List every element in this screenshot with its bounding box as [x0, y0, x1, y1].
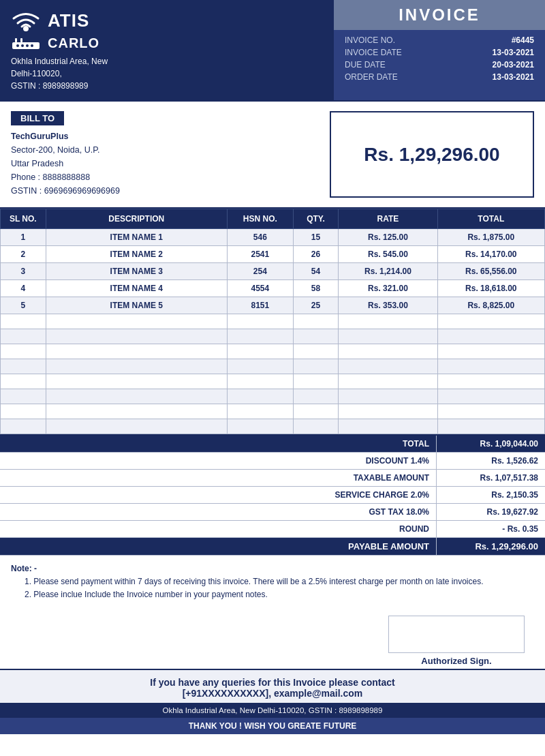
client-phone: 8888888888 [43, 172, 91, 182]
note-item-2: 2. Please inclue Include the Invoice num… [25, 588, 534, 601]
svg-point-5 [31, 44, 33, 47]
company-logo-row: ATIS [11, 8, 323, 33]
table-body: 1 ITEM NAME 1 546 15 Rs. 125.00 Rs. 1,87… [1, 229, 545, 434]
sub-company-name: CARLO [48, 35, 99, 51]
signature-area [388, 616, 525, 653]
payable-row: PAYABLE AMOUNT Rs. 1,29,296.00 [0, 538, 545, 556]
invoice-date-label: INVOICE DATE [345, 48, 402, 57]
cell-desc: ITEM NAME 5 [46, 297, 227, 314]
authorized-sign-label: Authorized Sign. [388, 656, 525, 666]
cell-qty: 58 [293, 280, 339, 297]
footer-contact-details: [+91XXXXXXXXXX], example@mail.com [11, 688, 534, 699]
cell-sl: 1 [1, 229, 46, 246]
table-row: 3 ITEM NAME 3 254 54 Rs. 1,214.00 Rs. 65… [1, 263, 545, 280]
cell-rate: Rs. 353.00 [339, 297, 437, 314]
service-label: SERVICE CHARGE 2.0% [0, 487, 436, 503]
invoice-info-panel: INVOICE INVOICE NO. #6445 INVOICE DATE 1… [334, 0, 545, 100]
col-total: TOTAL [437, 209, 544, 229]
cell-hsn: 8151 [227, 297, 293, 314]
empty-row [1, 359, 545, 374]
table-header-row: SL NO. DESCRIPTION HSN NO. QTY. RATE TOT… [1, 209, 545, 229]
cell-qty: 15 [293, 229, 339, 246]
cell-rate: Rs. 321.00 [339, 280, 437, 297]
notes-section: Note: - 1. Please send payment within 7 … [0, 556, 545, 609]
col-rate: RATE [339, 209, 437, 229]
due-date-label: DUE DATE [345, 60, 386, 70]
total-value: Rs. 1,09,044.00 [436, 436, 545, 452]
empty-row [1, 404, 545, 419]
cell-desc: ITEM NAME 3 [46, 263, 227, 280]
cell-rate: Rs. 545.00 [339, 246, 437, 263]
company-info: ATIS CARLO Okhla Industrial Area, New De… [0, 0, 334, 100]
invoice-number-row: INVOICE NO. #6445 [345, 35, 534, 45]
svg-point-2 [16, 44, 19, 47]
client-company: TechGuruPlus [11, 132, 69, 141]
col-hsn: HSN NO. [227, 209, 293, 229]
footer-address: Okhla Industrial Area, New Delhi-110020,… [0, 703, 545, 718]
payable-value: Rs. 1,29,296.00 [436, 538, 545, 555]
table-header: SL NO. DESCRIPTION HSN NO. QTY. RATE TOT… [1, 209, 545, 229]
invoice-details: INVOICE NO. #6445 INVOICE DATE 13-03-202… [334, 30, 545, 90]
invoice-header: ATIS CARLO Okhla Industrial Area, New De… [0, 0, 545, 100]
cell-qty: 25 [293, 297, 339, 314]
taxable-row: TAXABLE AMOUNT Rs. 1,07,517.38 [0, 470, 545, 487]
cell-desc: ITEM NAME 2 [46, 246, 227, 263]
discount-value: Rs. 1,526.62 [436, 453, 545, 469]
empty-row [1, 419, 545, 434]
cell-hsn: 4554 [227, 280, 293, 297]
invoice-date-value: 13-03-2021 [493, 48, 534, 57]
discount-row: DISCOUNT 1.4% Rs. 1,526.62 [0, 453, 545, 470]
cell-total: Rs. 14,170.00 [437, 246, 544, 263]
due-date-value: 20-03-2021 [493, 60, 534, 70]
cell-hsn: 546 [227, 229, 293, 246]
client-gstin-label: GSTIN : [11, 186, 42, 196]
empty-row [1, 329, 545, 344]
totals-section: TOTAL Rs. 1,09,044.00 DISCOUNT 1.4% Rs. … [0, 434, 545, 556]
signature-box: Authorized Sign. [388, 616, 525, 666]
round-row: ROUND - Rs. 0.35 [0, 521, 545, 538]
svg-point-0 [23, 26, 29, 31]
taxable-label: TAXABLE AMOUNT [0, 470, 436, 486]
payable-label: PAYABLE AMOUNT [0, 538, 436, 555]
bill-to-section: BILL TO TechGuruPlus Sector-200, Noida, … [0, 102, 545, 209]
router-icon [11, 37, 41, 50]
cell-qty: 26 [293, 246, 339, 263]
round-label: ROUND [0, 521, 436, 537]
total-label: TOTAL [0, 436, 436, 452]
note-title: Note: - [11, 564, 37, 573]
discount-label: DISCOUNT 1.4% [0, 453, 436, 469]
svg-rect-7 [20, 38, 22, 42]
svg-rect-6 [15, 38, 17, 42]
table-row: 1 ITEM NAME 1 546 15 Rs. 125.00 Rs. 1,87… [1, 229, 545, 246]
company-address: Okhla Industrial Area, New Delhi-110020,… [11, 55, 323, 92]
empty-row [1, 374, 545, 389]
cell-total: Rs. 18,618.00 [437, 280, 544, 297]
cell-sl: 5 [1, 297, 46, 314]
total-header-row: TOTAL Rs. 1,09,044.00 [0, 436, 545, 453]
note-item-1: 1. Please send payment within 7 days of … [25, 575, 534, 588]
invoice-date-row: INVOICE DATE 13-03-2021 [345, 48, 534, 57]
total-amount-display: Rs. 1,29,296.00 [364, 144, 499, 166]
empty-row [1, 389, 545, 404]
invoice-number-label: INVOICE NO. [345, 35, 395, 45]
footer-contact: If you have any queries for this Invoice… [0, 669, 545, 703]
client-address2: Uttar Pradesh [11, 159, 63, 168]
client-gstin: 6969696969696969 [44, 186, 120, 196]
items-table: SL NO. DESCRIPTION HSN NO. QTY. RATE TOT… [0, 209, 545, 434]
cell-desc: ITEM NAME 1 [46, 229, 227, 246]
cell-total: Rs. 65,556.00 [437, 263, 544, 280]
round-value: - Rs. 0.35 [436, 521, 545, 537]
signature-section: Authorized Sign. [0, 609, 545, 669]
footer-thankyou: THANK YOU ! WISH YOU GREATE FUTURE [0, 718, 545, 734]
total-amount-box: Rs. 1,29,296.00 [330, 111, 534, 198]
gst-row: GST TAX 18.0% Rs. 19,627.92 [0, 504, 545, 521]
table-row: 4 ITEM NAME 4 4554 58 Rs. 321.00 Rs. 18,… [1, 280, 545, 297]
wifi-icon [11, 8, 41, 33]
cell-rate: Rs. 125.00 [339, 229, 437, 246]
cell-total: Rs. 8,825.00 [437, 297, 544, 314]
table-row: 2 ITEM NAME 2 2541 26 Rs. 545.00 Rs. 14,… [1, 246, 545, 263]
invoice-number-value: #6445 [512, 35, 534, 45]
service-row: SERVICE CHARGE 2.0% Rs. 2,150.35 [0, 487, 545, 504]
router-row: CARLO [11, 35, 323, 51]
client-phone-label: Phone : [11, 172, 40, 182]
